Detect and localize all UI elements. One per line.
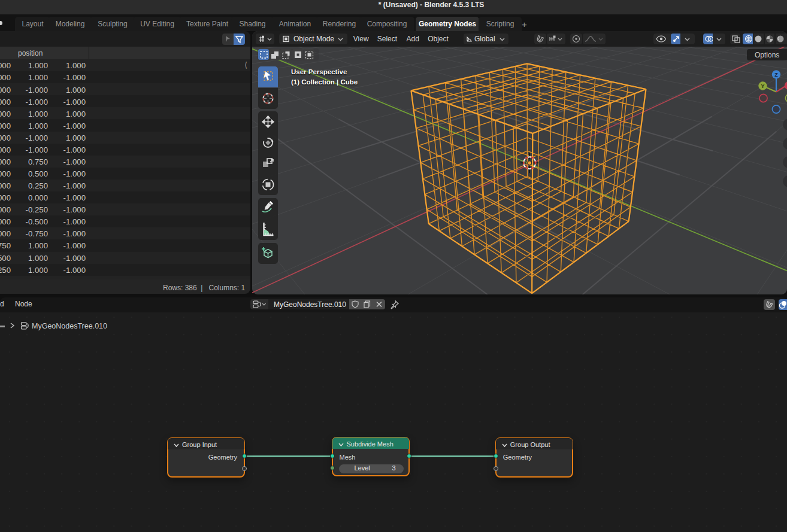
svg-text:Z: Z [774,72,778,78]
svg-text:Y: Y [761,83,764,89]
svg-text:Object Mode: Object Mode [293,35,334,43]
svg-text:Global: Global [474,35,495,43]
